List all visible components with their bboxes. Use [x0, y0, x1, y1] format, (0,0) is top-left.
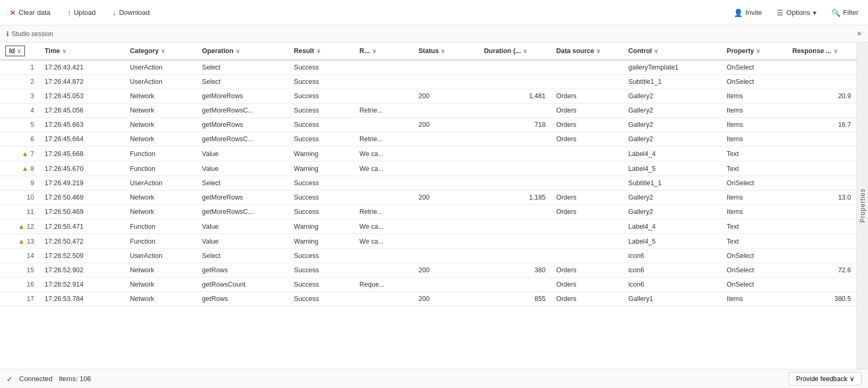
table-row[interactable]: 15 17:26:52.902 Network getRows Success … — [0, 263, 856, 278]
cell-property: Items — [721, 118, 787, 132]
dur-sort-icon: ∨ — [523, 48, 527, 55]
cell-property: OnSelect — [721, 60, 787, 75]
cell-r — [354, 292, 413, 306]
table-row[interactable]: 2 17:26:44.872 UserAction Select Success… — [0, 75, 856, 89]
cell-result: Warning — [289, 219, 355, 234]
cell-category: Function — [125, 161, 197, 176]
upload-button[interactable]: ↑ Upload — [64, 6, 99, 19]
close-session-button[interactable]: × — [857, 29, 862, 39]
cell-response — [787, 278, 856, 292]
cell-response — [787, 219, 856, 234]
cell-property: Items — [721, 191, 787, 205]
col-header-control[interactable]: Control ∨ — [623, 42, 721, 60]
cell-r: Reque... — [354, 278, 413, 292]
col-header-r[interactable]: R... ∨ — [354, 42, 413, 60]
data-table: Id ∨ Time ∨ Category ∨ Operation ∨ R — [0, 42, 856, 306]
table-row[interactable]: 11 17:26:50.469 Network getMoreRowsC... … — [0, 205, 856, 219]
cell-time: 17:26:45.664 — [39, 132, 125, 146]
cell-property: OnSelect — [721, 176, 787, 191]
cell-time: 17:26:52.509 — [39, 249, 125, 263]
cell-datasource — [551, 60, 623, 75]
table-row[interactable]: 17 17:26:53.784 Network getRows Success … — [0, 292, 856, 306]
col-header-category[interactable]: Category ∨ — [125, 42, 197, 60]
cell-duration: 855 — [479, 292, 551, 306]
table-row[interactable]: 6 17:26:45.664 Network getMoreRowsC... S… — [0, 132, 856, 146]
clear-icon: ✕ — [10, 8, 16, 17]
cell-id: 1 — [0, 60, 39, 75]
table-row[interactable]: 3 17:26:45.053 Network getMoreRows Succe… — [0, 89, 856, 104]
col-header-status[interactable]: Status ∨ — [413, 42, 479, 60]
cell-r: Retrie... — [354, 132, 413, 146]
download-icon: ↓ — [113, 8, 116, 17]
cell-operation: getRows — [197, 292, 289, 306]
table-row[interactable]: 9 17:26:49.219 UserAction Select Success… — [0, 176, 856, 191]
col-header-response[interactable]: Response ... ∨ — [787, 42, 856, 60]
prop-sort-icon: ∨ — [756, 48, 760, 55]
clear-data-button[interactable]: ✕ Clear data — [6, 6, 54, 19]
cell-duration — [479, 132, 551, 146]
table-row[interactable]: 16 17:26:52.914 Network getRowsCount Suc… — [0, 278, 856, 292]
cell-time: 17:26:45.056 — [39, 104, 125, 118]
col-header-time[interactable]: Time ∨ — [39, 42, 125, 60]
cell-duration — [479, 249, 551, 263]
warning-icon: ▲ — [22, 165, 29, 173]
cell-datasource: Orders — [551, 118, 623, 132]
cell-datasource: Orders — [551, 132, 623, 146]
cell-id: ▲ 12 — [0, 219, 39, 234]
cell-r — [354, 263, 413, 278]
col-header-result[interactable]: Result ∨ — [289, 42, 355, 60]
table-row[interactable]: 1 17:26:43.421 UserAction Select Success… — [0, 60, 856, 75]
cell-operation: Value — [197, 161, 289, 176]
cell-property: Text — [721, 161, 787, 176]
properties-side-panel[interactable]: Properties — [856, 42, 868, 369]
cell-id: 15 — [0, 263, 39, 278]
cell-control: Gallery2 — [623, 205, 721, 219]
cell-property: OnSelect — [721, 249, 787, 263]
cell-time: 17:26:45.663 — [39, 118, 125, 132]
invite-button[interactable]: 👤 Invite — [731, 6, 765, 19]
cell-duration — [479, 205, 551, 219]
cell-time: 17:26:50.469 — [39, 191, 125, 205]
col-header-property[interactable]: Property ∨ — [721, 42, 787, 60]
table-row[interactable]: 14 17:26:52.509 UserAction Select Succes… — [0, 249, 856, 263]
status-left: ✓ Connected Items: 106 — [6, 375, 91, 383]
table-wrapper[interactable]: Id ∨ Time ∨ Category ∨ Operation ∨ R — [0, 42, 856, 369]
cell-datasource — [551, 234, 623, 249]
cell-r: Retrie... — [354, 104, 413, 118]
table-row[interactable]: ▲ 13 17:26:50.472 Function Value Warning… — [0, 234, 856, 249]
cell-response: 20.9 — [787, 89, 856, 104]
warning-icon: ▲ — [22, 150, 29, 158]
cell-response: 13.0 — [787, 191, 856, 205]
col-header-id[interactable]: Id ∨ — [0, 42, 39, 60]
cell-duration — [479, 176, 551, 191]
table-row[interactable]: ▲ 7 17:26:45.668 Function Value Warning … — [0, 146, 856, 161]
col-header-duration[interactable]: Duration (... ∨ — [479, 42, 551, 60]
options-button[interactable]: ☰ Options ▾ — [774, 6, 820, 19]
col-header-datasource[interactable]: Data source ∨ — [551, 42, 623, 60]
cell-result: Success — [289, 104, 355, 118]
table-row[interactable]: ▲ 12 17:26:50.471 Function Value Warning… — [0, 219, 856, 234]
provide-feedback-button[interactable]: Provide feedback ∨ — [789, 372, 862, 385]
cell-id: ▲ 8 — [0, 161, 39, 176]
cell-datasource — [551, 161, 623, 176]
cell-response — [787, 176, 856, 191]
cell-r — [354, 118, 413, 132]
cell-time: 17:26:50.469 — [39, 205, 125, 219]
filter-button[interactable]: 🔍 Filter — [828, 6, 862, 19]
download-button[interactable]: ↓ Download — [109, 6, 153, 19]
table-row[interactable]: 4 17:26:45.056 Network getMoreRowsC... S… — [0, 104, 856, 118]
table-row[interactable]: ▲ 8 17:26:45.670 Function Value Warning … — [0, 161, 856, 176]
cell-status — [413, 176, 479, 191]
cell-control: Subtitle1_1 — [623, 75, 721, 89]
table-row[interactable]: 5 17:26:45.663 Network getMoreRows Succe… — [0, 118, 856, 132]
table-row[interactable]: 10 17:26:50.469 Network getMoreRows Succ… — [0, 191, 856, 205]
cell-control: Gallery2 — [623, 104, 721, 118]
col-header-operation[interactable]: Operation ∨ — [197, 42, 289, 60]
cell-control: galleryTemplate1 — [623, 60, 721, 75]
cell-category: Network — [125, 118, 197, 132]
cell-r — [354, 60, 413, 75]
cell-id: 9 — [0, 176, 39, 191]
cell-status — [413, 161, 479, 176]
cell-property: Text — [721, 146, 787, 161]
warning-icon: ▲ — [18, 237, 25, 245]
